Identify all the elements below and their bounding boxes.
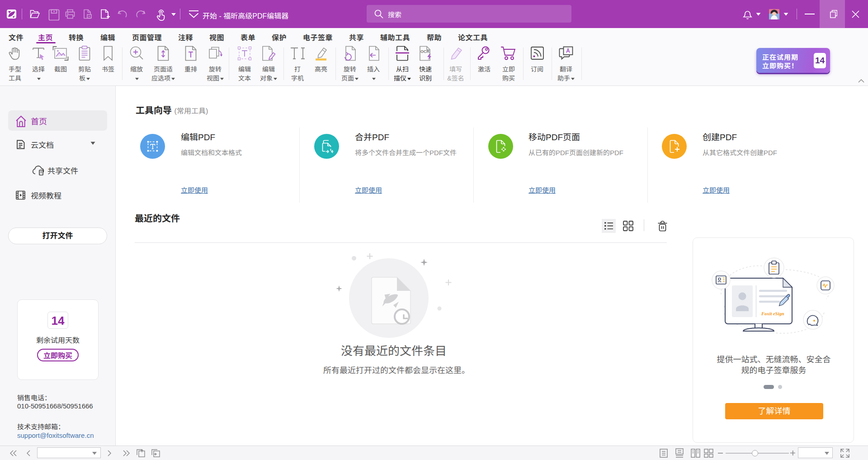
svg-text:OCR: OCR xyxy=(420,49,430,54)
svg-text:Foxit eSign: Foxit eSign xyxy=(761,311,784,316)
